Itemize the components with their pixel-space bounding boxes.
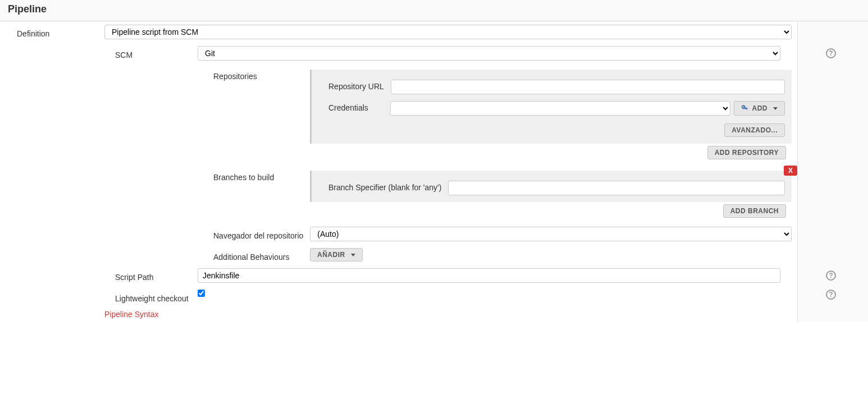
advanced-button[interactable]: AVANZADO...	[724, 123, 785, 137]
add-behaviour-label: AÑADIR	[317, 251, 345, 259]
field-credentials: ADD	[390, 101, 792, 116]
chevron-down-icon	[351, 254, 355, 256]
row-definition: Definition Pipeline script from SCM	[0, 21, 797, 43]
label-credentials: Credentials	[312, 101, 390, 116]
repositories-block: Repository URL Credentials ADD	[310, 70, 792, 144]
label-script-path: Script Path	[0, 268, 198, 283]
row-advanced-button: AVANZADO...	[312, 119, 792, 140]
add-credentials-button[interactable]: ADD	[734, 101, 785, 116]
label-branch-specifier: Branch Specifier (blank for 'any')	[312, 181, 448, 195]
row-add-branch: ADD BRANCH	[310, 202, 797, 223]
row-lightweight-checkout: Lightweight checkout ?	[0, 286, 797, 306]
add-repository-label: ADD REPOSITORY	[715, 149, 779, 157]
scm-select[interactable]: Git	[198, 46, 780, 61]
label-scm: SCM	[0, 46, 198, 61]
label-lightweight-checkout: Lightweight checkout	[0, 290, 198, 303]
repo-browser-select[interactable]: (Auto)	[310, 227, 792, 241]
field-definition: Pipeline script from SCM	[104, 25, 797, 39]
label-additional-behaviours: Additional Behaviours	[0, 248, 310, 262]
pipeline-config-form: Definition Pipeline script from SCM SCM …	[0, 21, 868, 322]
delete-branch-button[interactable]: X	[784, 166, 797, 176]
field-lightweight-checkout	[198, 290, 797, 303]
field-repo-browser: (Auto)	[310, 227, 797, 241]
help-icon[interactable]: ?	[826, 48, 836, 58]
key-icon	[741, 104, 749, 112]
label-repository-url: Repository URL	[312, 80, 391, 94]
branches-block: X Branch Specifier (blank for 'any')	[310, 171, 792, 202]
help-icon[interactable]: ?	[826, 290, 836, 300]
row-credentials: Credentials ADD	[312, 98, 792, 119]
script-path-input[interactable]	[198, 268, 780, 283]
pipeline-syntax-link[interactable]: Pipeline Syntax	[104, 310, 159, 319]
row-repository-url: Repository URL	[312, 76, 792, 98]
row-script-path: Script Path ?	[0, 265, 797, 286]
help-icon[interactable]: ?	[826, 270, 836, 281]
definition-select[interactable]: Pipeline script from SCM	[104, 25, 792, 39]
lightweight-checkout-checkbox[interactable]	[198, 290, 205, 297]
label-repositories: Repositories	[0, 67, 310, 81]
row-repo-browser: Navegador del repositorio (Auto)	[0, 223, 797, 245]
row-pipeline-syntax: Pipeline Syntax	[0, 306, 797, 322]
section-title: Pipeline	[8, 3, 47, 15]
chevron-down-icon	[773, 107, 778, 110]
field-additional-behaviours: AÑADIR	[310, 248, 797, 262]
row-add-repository: ADD REPOSITORY	[310, 144, 797, 165]
section-header-pipeline: Pipeline	[0, 0, 868, 21]
repository-url-input[interactable]	[391, 80, 785, 94]
row-branch-specifier: Branch Specifier (blank for 'any')	[312, 177, 792, 199]
add-branch-label: ADD BRANCH	[730, 207, 779, 215]
branch-specifier-input[interactable]	[448, 181, 785, 195]
row-additional-behaviours: Additional Behaviours AÑADIR	[0, 245, 797, 265]
field-repository-url	[391, 80, 792, 94]
form-left-column: Definition Pipeline script from SCM SCM …	[0, 21, 797, 322]
add-behaviour-button[interactable]: AÑADIR	[310, 248, 363, 262]
add-branch-button[interactable]: ADD BRANCH	[723, 204, 786, 218]
field-branch-specifier	[448, 181, 792, 195]
credentials-select[interactable]	[390, 101, 730, 116]
add-repository-button[interactable]: ADD REPOSITORY	[707, 146, 786, 159]
advanced-button-label: AVANZADO...	[732, 126, 778, 134]
field-script-path	[198, 268, 797, 283]
add-credentials-label: ADD	[752, 104, 768, 112]
row-scm: SCM Git ?	[0, 43, 797, 64]
field-scm: Git	[198, 46, 797, 61]
label-definition: Definition	[0, 25, 104, 39]
label-branches: Branches to build	[0, 168, 310, 182]
label-repo-browser: Navegador del repositorio	[0, 227, 310, 241]
